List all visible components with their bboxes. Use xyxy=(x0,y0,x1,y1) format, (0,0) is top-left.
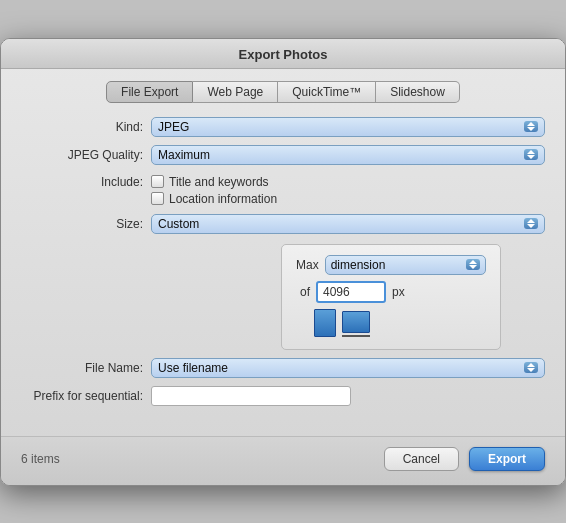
kind-label: Kind: xyxy=(21,120,151,134)
size-label: Size: xyxy=(21,217,151,231)
max-dimension-row: Max dimension xyxy=(296,255,486,275)
arrow-down-icon xyxy=(527,368,535,372)
location-label: Location information xyxy=(169,192,277,206)
filename-row: File Name: Use filename xyxy=(21,358,545,378)
size-select-value: Custom xyxy=(158,217,518,231)
px-input[interactable] xyxy=(316,281,386,303)
include-control: Title and keywords Location information xyxy=(151,175,545,206)
landscape-icon xyxy=(342,311,370,333)
export-button[interactable]: Export xyxy=(469,447,545,471)
max-label: Max xyxy=(296,258,319,272)
dialog-footer: 6 items Cancel Export xyxy=(1,436,565,485)
title-keywords-label: Title and keywords xyxy=(169,175,269,189)
tab-file-export[interactable]: File Export xyxy=(106,81,193,103)
size-select-arrows xyxy=(524,218,538,229)
dialog-content: File Export Web Page QuickTime™ Slidesho… xyxy=(1,69,565,422)
title-bar: Export Photos xyxy=(1,39,565,69)
arrow-up-icon xyxy=(527,150,535,154)
export-photos-dialog: Export Photos File Export Web Page Quick… xyxy=(0,38,566,486)
tab-slideshow[interactable]: Slideshow xyxy=(376,81,460,103)
quality-control: Maximum xyxy=(151,145,545,165)
arrow-down-icon xyxy=(469,265,477,269)
include-group: Title and keywords Location information xyxy=(151,175,545,206)
title-keywords-checkbox[interactable] xyxy=(151,175,164,188)
filename-control: Use filename xyxy=(151,358,545,378)
dimension-select-value: dimension xyxy=(331,258,462,272)
custom-size-row: Max dimension of px xyxy=(21,242,545,350)
arrow-down-icon xyxy=(527,127,535,131)
tab-quicktime[interactable]: QuickTime™ xyxy=(278,81,376,103)
arrow-up-icon xyxy=(527,363,535,367)
kind-select[interactable]: JPEG xyxy=(151,117,545,137)
quality-row: JPEG Quality: Maximum xyxy=(21,145,545,165)
px-label: px xyxy=(392,285,405,299)
size-control: Custom xyxy=(151,214,545,234)
arrow-down-icon xyxy=(527,224,535,228)
arrow-up-icon xyxy=(469,260,477,264)
quality-select[interactable]: Maximum xyxy=(151,145,545,165)
size-select[interactable]: Custom xyxy=(151,214,545,234)
include-label: Include: xyxy=(21,175,151,189)
quality-label: JPEG Quality: xyxy=(21,148,151,162)
arrow-down-icon xyxy=(527,155,535,159)
include-location-row: Location information xyxy=(151,192,545,206)
footer-buttons: Cancel Export xyxy=(384,447,545,471)
filename-label: File Name: xyxy=(21,361,151,375)
landscape-orientation-button[interactable] xyxy=(342,311,370,337)
custom-size-box: Max dimension of px xyxy=(281,244,501,350)
dialog-title: Export Photos xyxy=(239,47,328,62)
location-checkbox[interactable] xyxy=(151,192,164,205)
filename-select[interactable]: Use filename xyxy=(151,358,545,378)
arrow-up-icon xyxy=(527,122,535,126)
kind-control: JPEG xyxy=(151,117,545,137)
tab-web-page[interactable]: Web Page xyxy=(193,81,278,103)
orientation-row xyxy=(296,309,486,337)
filename-select-arrows xyxy=(524,362,538,373)
of-px-row: of px xyxy=(296,281,486,303)
portrait-icon xyxy=(314,309,336,337)
include-title-row: Title and keywords xyxy=(151,175,545,189)
portrait-orientation-button[interactable] xyxy=(314,309,336,337)
landscape-line xyxy=(342,335,370,337)
dimension-arrows xyxy=(466,259,480,270)
prefix-row: Prefix for sequential: xyxy=(21,386,545,406)
prefix-label: Prefix for sequential: xyxy=(21,389,151,403)
of-label: of xyxy=(300,285,310,299)
arrow-up-icon xyxy=(527,219,535,223)
kind-select-arrows xyxy=(524,121,538,132)
tab-bar: File Export Web Page QuickTime™ Slidesho… xyxy=(21,81,545,103)
prefix-control xyxy=(151,386,545,406)
dimension-select[interactable]: dimension xyxy=(325,255,486,275)
kind-row: Kind: JPEG xyxy=(21,117,545,137)
filename-select-value: Use filename xyxy=(158,361,518,375)
cancel-button[interactable]: Cancel xyxy=(384,447,459,471)
items-count: 6 items xyxy=(21,452,60,466)
quality-select-value: Maximum xyxy=(158,148,518,162)
prefix-input[interactable] xyxy=(151,386,351,406)
size-row: Size: Custom xyxy=(21,214,545,234)
kind-select-value: JPEG xyxy=(158,120,518,134)
quality-select-arrows xyxy=(524,149,538,160)
form-area: Kind: JPEG JPEG Quality: Maxim xyxy=(21,117,545,406)
include-row: Include: Title and keywords Location inf… xyxy=(21,173,545,206)
